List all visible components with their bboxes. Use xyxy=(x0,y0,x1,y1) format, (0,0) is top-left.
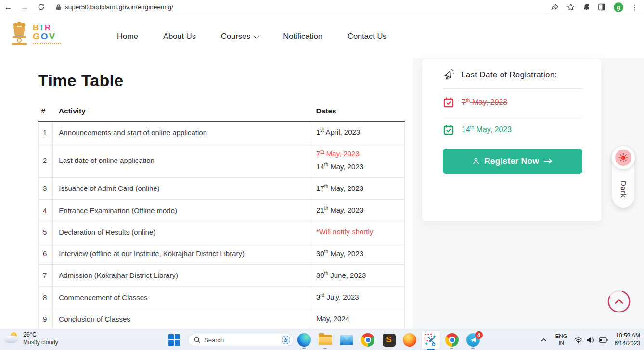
language-indicator[interactable]: ENG IN xyxy=(555,333,567,347)
windows-start-button[interactable] xyxy=(168,334,180,346)
logo-tagline xyxy=(33,42,61,44)
taskbar-clock[interactable]: 10:59 AM 6/14/2023 xyxy=(615,332,640,347)
nav-notification[interactable]: Notification xyxy=(283,32,322,41)
browser-back-icon[interactable]: ← xyxy=(0,2,16,12)
row-activity: Entrance Examination (Offline mode) xyxy=(53,200,310,221)
browser-forward-icon[interactable]: → xyxy=(16,2,33,12)
divider xyxy=(443,88,582,89)
row-activity: Commencement of Classes xyxy=(53,287,310,308)
nav-about-us[interactable]: About Us xyxy=(163,32,196,41)
taskbar-app-sublime-text[interactable]: S xyxy=(381,332,397,348)
row-activity: Announcements and start of online applic… xyxy=(53,121,310,143)
taskbar-search-box[interactable]: Search b xyxy=(188,334,294,346)
chevron-down-icon xyxy=(254,32,260,38)
timetable: # Activity Dates 1Announcements and star… xyxy=(38,102,405,330)
dark-toggle-label: Dark xyxy=(612,176,634,203)
table-row: 1Announcements and start of online appli… xyxy=(39,121,405,143)
taskbar-app-file-explorer[interactable] xyxy=(318,332,333,348)
scroll-to-top-button[interactable] xyxy=(607,290,631,313)
search-placeholder: Search xyxy=(204,337,278,344)
row-number: 2 xyxy=(39,143,53,178)
row-dates: 1st April, 2023 xyxy=(310,121,405,143)
old-deadline-row: 7th May, 2023 xyxy=(443,97,582,108)
chrome-icon xyxy=(361,333,374,347)
row-activity: Issuance of Admit Card (online) xyxy=(53,177,310,199)
row-activity: Conclusion of Classes xyxy=(53,308,310,330)
firefox-icon xyxy=(403,333,416,347)
hidden-icons-chevron[interactable] xyxy=(539,338,549,342)
register-now-button[interactable]: Register Now xyxy=(443,149,582,174)
nav-contact-us[interactable]: Contact Us xyxy=(348,32,387,41)
taskbar-app-firefox[interactable] xyxy=(402,332,417,348)
registration-heading: Last Date of Registration: xyxy=(461,70,557,80)
row-activity: Last date of online application xyxy=(53,143,310,178)
nav-courses[interactable]: Courses xyxy=(221,32,258,41)
sublime-text-icon: S xyxy=(383,334,396,347)
taskbar-weather-widget[interactable]: 26°C Mostly cloudy xyxy=(5,331,58,346)
url-text: super50.bodoland.gov.in/engineering/ xyxy=(65,3,173,11)
arrow-right-icon xyxy=(544,158,553,164)
new-deadline-row: 14th May, 2023 xyxy=(443,124,582,136)
taskbar-app-chrome-2[interactable] xyxy=(444,332,460,348)
table-row: 2Last date of online application7th May,… xyxy=(39,143,405,178)
bookmark-star-icon[interactable] xyxy=(567,3,575,11)
logo-line2: GOV xyxy=(33,32,61,41)
taskbar-app-telegram[interactable]: 4 xyxy=(465,332,481,348)
table-row: 4Entrance Examination (Offline mode)21th… xyxy=(39,200,405,221)
browser-menu-kebab-icon[interactable]: ⋮ xyxy=(631,3,638,11)
dark-mode-toggle[interactable]: Dark xyxy=(612,148,634,208)
nav-home[interactable]: Home xyxy=(117,32,138,41)
browser-toolbar: ← → super50.bodoland.gov.in/engineering/… xyxy=(0,0,644,14)
new-deadline-date: 14th May, 2023 xyxy=(462,125,512,134)
weather-condition: Mostly cloudy xyxy=(23,339,58,346)
row-activity: Declaration of Results (online) xyxy=(53,221,310,243)
calendar-check-red-icon xyxy=(443,97,454,108)
chrome-icon xyxy=(445,333,459,347)
row-dates: 21th May, 2023 xyxy=(310,200,405,221)
btr-emblem-icon xyxy=(10,21,29,46)
browser-profile-avatar[interactable]: g xyxy=(614,2,623,12)
column-header-num: # xyxy=(39,102,53,121)
running-indicator xyxy=(450,348,453,349)
column-header-activity: Activity xyxy=(53,102,310,121)
taskbar-app-chrome[interactable] xyxy=(360,332,375,348)
row-number: 8 xyxy=(39,287,53,308)
site-header: BTR GOV Home About Us Courses Notificati… xyxy=(0,14,644,58)
taskbar-app-mail[interactable] xyxy=(339,332,354,348)
row-number: 7 xyxy=(39,264,53,286)
system-tray: ENG IN xyxy=(539,329,640,350)
windows-taskbar: 26°C Mostly cloudy Search b xyxy=(0,329,644,350)
running-indicator xyxy=(323,348,327,349)
row-activity: Interview (offline at our Institute, Kok… xyxy=(53,243,310,264)
site-logo[interactable]: BTR GOV xyxy=(10,21,61,46)
timetable-header-row: # Activity Dates xyxy=(39,102,405,121)
row-number: 9 xyxy=(39,308,53,330)
volume-icon xyxy=(587,337,594,343)
side-panel-icon[interactable] xyxy=(598,3,605,11)
address-bar[interactable]: super50.bodoland.gov.in/engineering/ xyxy=(56,3,551,11)
row-number: 1 xyxy=(39,121,53,143)
main-navigation: Home About Us Courses Notification Conta… xyxy=(117,14,387,58)
wifi-icon xyxy=(574,337,582,343)
weather-temp: 26°C xyxy=(23,331,58,339)
browser-reload-icon[interactable] xyxy=(33,3,49,11)
taskbar-app-snipping-tool[interactable] xyxy=(423,332,438,348)
extensions-puzzle-icon[interactable] xyxy=(583,3,590,11)
screen: ← → super50.bodoland.gov.in/engineering/… xyxy=(0,0,644,350)
bing-chat-icon[interactable]: b xyxy=(282,336,290,344)
edge-icon xyxy=(297,333,311,347)
page-title: Time Table xyxy=(38,71,123,90)
row-number: 4 xyxy=(39,200,53,221)
row-dates: May, 2024 xyxy=(310,308,405,330)
share-icon[interactable] xyxy=(551,4,559,11)
running-indicator xyxy=(302,348,306,349)
row-dates: 30th May, 2023 xyxy=(310,243,405,264)
taskbar-app-edge[interactable] xyxy=(296,332,312,348)
search-icon xyxy=(194,337,200,343)
table-row: 6Interview (offline at our Institute, Ko… xyxy=(39,243,405,264)
file-explorer-icon xyxy=(319,335,332,345)
person-icon xyxy=(473,158,479,165)
row-activity: Admission (Kokrajhar District Library) xyxy=(53,264,310,286)
tray-status-icons[interactable] xyxy=(574,337,608,343)
snipping-tool-icon xyxy=(424,333,438,347)
